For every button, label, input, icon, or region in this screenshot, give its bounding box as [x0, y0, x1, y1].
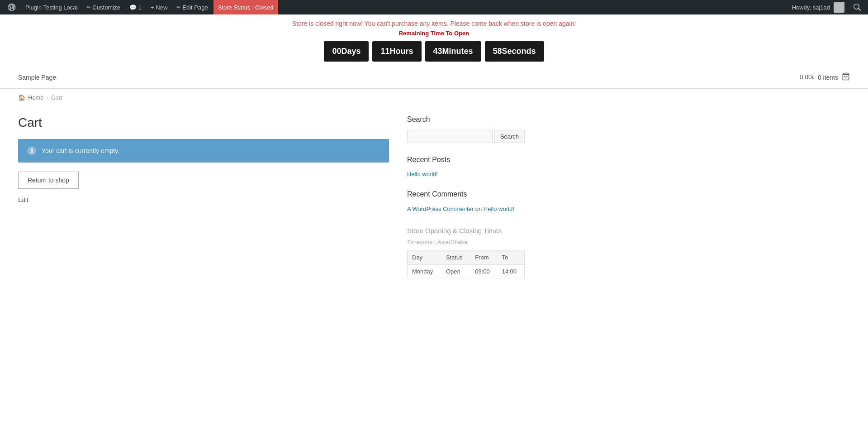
- search-widget: Search Search: [407, 115, 525, 143]
- countdown-blocks: 00Days 11Hours 43Minutes 58Seconds: [9, 41, 859, 62]
- breadcrumb-separator: ›: [47, 94, 48, 101]
- store-closed-banner: Store is closed right now! You can't pur…: [0, 14, 868, 62]
- comment-post-link[interactable]: Hello world!: [484, 206, 514, 212]
- search-button[interactable]: Search: [494, 130, 525, 143]
- countdown-minutes: 43Minutes: [425, 41, 481, 62]
- breadcrumb-home[interactable]: Home: [28, 94, 44, 101]
- admin-search-icon[interactable]: [850, 0, 864, 14]
- col-day: Day: [408, 250, 441, 265]
- cart-items: 0 items: [818, 74, 838, 81]
- col-to: To: [498, 250, 525, 265]
- row-status: Open: [441, 265, 470, 278]
- timezone-label: Timezone : Asia/Dhaka: [407, 239, 525, 245]
- breadcrumb: 🏠 Home › Cart: [0, 89, 868, 106]
- search-input[interactable]: [407, 130, 493, 143]
- sample-page-link[interactable]: Sample Page: [18, 74, 56, 81]
- store-hours-widget: Store Opening & Closing Times Timezone :…: [407, 226, 525, 279]
- comments-count: 1: [138, 4, 142, 11]
- cart-notice-icon: ℹ: [27, 146, 36, 155]
- recent-posts-heading: Recent Posts: [407, 156, 525, 164]
- content-area: Cart ℹ Your cart is currently empty. Ret…: [18, 115, 389, 291]
- search-row: Search: [407, 130, 525, 143]
- return-to-shop-button[interactable]: Return to shop: [18, 172, 79, 189]
- store-hours-heading: Store Opening & Closing Times: [407, 226, 525, 235]
- site-name-label: Plugin Testing Local: [25, 4, 77, 11]
- cart-icon[interactable]: [842, 72, 850, 82]
- site-nav: Sample Page 0.00৳ 0 items: [0, 66, 868, 89]
- edit-link[interactable]: Edit: [18, 197, 28, 203]
- store-status-item[interactable]: Store Status : Closed: [213, 0, 278, 14]
- comments-item[interactable]: 💬 1: [126, 0, 145, 14]
- row-to: 14:00: [498, 265, 525, 278]
- edit-page-label: Edit Page: [182, 4, 208, 11]
- new-item[interactable]: + New: [147, 0, 171, 14]
- countdown-hours: 11Hours: [372, 41, 421, 62]
- recent-posts-list: Hello world!: [407, 170, 525, 177]
- recent-post-link[interactable]: Hello world!: [407, 171, 438, 177]
- remaining-time-label: Remaining Time To Open: [9, 30, 859, 37]
- main-layout: Cart ℹ Your cart is currently empty. Ret…: [0, 106, 543, 300]
- admin-bar-right: Howdy, saj1ad: [788, 2, 848, 13]
- row-from: 09:00: [470, 265, 497, 278]
- on-text: on: [475, 206, 484, 212]
- recent-comments-widget: Recent Comments A WordPress Commenter on…: [407, 190, 525, 214]
- table-row: Monday Open 09:00 14:00: [408, 265, 525, 278]
- customize-item[interactable]: ✏ Customize: [83, 0, 123, 14]
- search-heading: Search: [407, 115, 525, 124]
- recent-post-item: Hello world!: [407, 170, 525, 177]
- wp-logo-item[interactable]: [4, 0, 20, 14]
- howdy-label: Howdy, saj1ad: [792, 4, 830, 11]
- col-status: Status: [441, 250, 470, 265]
- recent-comments-heading: Recent Comments: [407, 190, 525, 198]
- recent-posts-widget: Recent Posts Hello world!: [407, 156, 525, 177]
- recent-comments-text: A WordPress Commenter on Hello world!: [407, 205, 525, 214]
- breadcrumb-current: Cart: [51, 94, 62, 101]
- avatar: [834, 2, 844, 13]
- cart-info: 0.00৳ 0 items: [800, 72, 850, 82]
- sidebar: Search Search Recent Posts Hello world! …: [407, 115, 525, 291]
- page-wrap: Store is closed right now! You can't pur…: [0, 0, 868, 300]
- nav-links: Sample Page: [18, 74, 65, 81]
- hours-table: Day Status From To Monday Open 09:00 14:…: [407, 250, 525, 278]
- cart-notice: ℹ Your cart is currently empty.: [18, 139, 389, 163]
- new-label: + New: [151, 4, 167, 11]
- edit-page-item[interactable]: ✏ Edit Page: [173, 0, 211, 14]
- store-status-label: Store Status : Closed: [218, 4, 274, 11]
- home-icon: 🏠: [18, 94, 25, 101]
- row-day: Monday: [408, 265, 441, 278]
- cart-notice-text: Your cart is currently empty.: [42, 147, 119, 154]
- countdown-days: 00Days: [324, 41, 369, 62]
- store-closed-message: Store is closed right now! You can't pur…: [9, 20, 859, 27]
- admin-bar: Plugin Testing Local ✏ Customize 💬 1 + N…: [0, 0, 868, 14]
- countdown-seconds: 58Seconds: [485, 41, 544, 62]
- site-name-item[interactable]: Plugin Testing Local: [22, 0, 81, 14]
- page-title: Cart: [18, 115, 389, 130]
- cart-amount: 0.00৳: [800, 73, 814, 81]
- commenter-link[interactable]: A WordPress Commenter: [407, 206, 474, 212]
- customize-label: Customize: [92, 4, 120, 11]
- col-from: From: [470, 250, 497, 265]
